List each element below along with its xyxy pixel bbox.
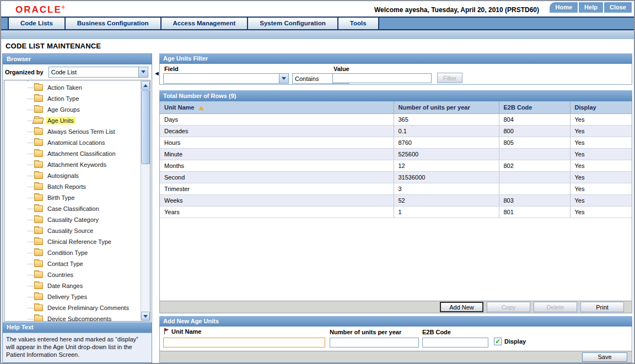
tree-item-label[interactable]: Countries bbox=[46, 271, 75, 279]
table-cell: Hours bbox=[160, 137, 394, 148]
tree-item[interactable]: Delivery Types bbox=[4, 291, 150, 302]
tree-scrollbar[interactable] bbox=[141, 80, 150, 321]
tree-connector bbox=[28, 176, 34, 176]
tree-item-label[interactable]: Birth Type bbox=[46, 194, 76, 202]
tree-item[interactable]: Age Groups bbox=[4, 104, 150, 115]
tree-item[interactable]: Action Taken bbox=[4, 82, 150, 93]
nav-tab-access-management[interactable]: Access Management bbox=[160, 18, 247, 29]
chevron-down-icon[interactable] bbox=[279, 74, 288, 83]
nav-tab-system-configuration[interactable]: System Configuration bbox=[247, 18, 337, 29]
table-cell: 52 bbox=[394, 194, 499, 206]
copy-button[interactable]: Copy bbox=[487, 302, 530, 312]
tree-item[interactable]: Device Preliminary Comments bbox=[4, 302, 150, 313]
tree-item-label[interactable]: Causality Category bbox=[46, 216, 100, 224]
tree-item-label[interactable]: Age Units bbox=[46, 117, 76, 124]
tree-item[interactable]: Always Serious Term List bbox=[4, 126, 150, 137]
print-button[interactable]: Print bbox=[580, 302, 624, 312]
e2b-code-input[interactable] bbox=[422, 338, 488, 347]
nav-tab-business-configuration[interactable]: Business Configuration bbox=[64, 18, 160, 29]
tree-connector bbox=[28, 143, 34, 143]
column-header[interactable]: E2B Code bbox=[499, 101, 570, 113]
tree-item-label[interactable]: Contact Type bbox=[46, 260, 85, 268]
folder-open-icon bbox=[34, 117, 43, 124]
tree-item[interactable]: Case Classification bbox=[4, 203, 150, 214]
top-button-help[interactable]: Help bbox=[579, 2, 603, 13]
filter-button[interactable]: Filter bbox=[437, 73, 462, 83]
column-header[interactable]: Display bbox=[570, 101, 632, 113]
add-new-button[interactable]: Add New bbox=[440, 302, 483, 312]
tree-connector bbox=[28, 165, 34, 165]
tree-item-label[interactable]: Autosignals bbox=[46, 172, 80, 180]
unit-name-input[interactable] bbox=[163, 338, 325, 347]
tree-item[interactable]: Date Ranges bbox=[4, 280, 150, 291]
tree-item-label[interactable]: Anatomical Locations bbox=[46, 139, 107, 146]
column-header[interactable]: Number of units per year bbox=[394, 101, 499, 113]
table-row[interactable]: Months12802Yes bbox=[160, 160, 632, 171]
table-cell bbox=[499, 183, 570, 194]
tree-item-label[interactable]: Clinical Reference Type bbox=[46, 238, 113, 246]
filter-body: Field Contains Value Filter bbox=[159, 64, 632, 85]
tree-item[interactable]: Causality Source bbox=[4, 225, 150, 236]
tree-item[interactable]: Countries bbox=[4, 269, 150, 280]
table-cell: Yes bbox=[570, 148, 632, 160]
save-button[interactable]: Save bbox=[582, 352, 627, 362]
table-row[interactable]: Days365804Yes bbox=[160, 113, 632, 125]
chevron-down-icon[interactable] bbox=[138, 67, 148, 77]
tree-item[interactable]: Batch Reports bbox=[4, 181, 150, 192]
tree-item-label[interactable]: Action Type bbox=[46, 95, 80, 102]
tree-item-label[interactable]: Delivery Types bbox=[46, 293, 89, 301]
tree-item[interactable]: Anatomical Locations bbox=[4, 137, 150, 148]
organized-by-select[interactable]: Code List bbox=[49, 67, 148, 78]
tree-item[interactable]: Contact Type bbox=[4, 258, 150, 269]
scrollbar-thumb[interactable] bbox=[141, 90, 150, 164]
table-cell: 8760 bbox=[394, 137, 499, 148]
table-row[interactable]: Hours8760805Yes bbox=[160, 137, 632, 148]
tree-item-label[interactable]: Device Subcomponents bbox=[46, 315, 113, 322]
nav-tab-code-lists[interactable]: Code Lists bbox=[8, 18, 64, 29]
folder-icon bbox=[34, 106, 43, 113]
table-row[interactable]: Weeks52803Yes bbox=[160, 194, 632, 206]
delete-button[interactable]: Delete bbox=[534, 302, 577, 312]
scroll-up-icon[interactable] bbox=[141, 81, 150, 90]
table-row[interactable]: Decades0.1800Yes bbox=[160, 125, 632, 137]
field-select[interactable] bbox=[163, 73, 289, 84]
table-row[interactable]: Second31536000Yes bbox=[160, 171, 632, 183]
tree-item[interactable]: Causality Category bbox=[4, 214, 150, 225]
tree-item[interactable]: Attachment Classification bbox=[4, 148, 150, 159]
column-header[interactable]: Unit Name bbox=[160, 101, 394, 113]
tree-item-label[interactable]: Batch Reports bbox=[46, 183, 88, 191]
tree-item[interactable]: Clinical Reference Type bbox=[4, 236, 150, 247]
value-input[interactable] bbox=[332, 73, 432, 83]
table-row[interactable]: Years1801Yes bbox=[160, 206, 632, 218]
nav-tab-tools[interactable]: Tools bbox=[337, 18, 379, 29]
scroll-down-icon[interactable] bbox=[141, 312, 150, 320]
nav-sub-band bbox=[1, 30, 634, 39]
add-new-body: Unit Name Number of units per year E2B C… bbox=[160, 327, 632, 350]
tree-item-label[interactable]: Always Serious Term List bbox=[46, 128, 117, 135]
tree-item[interactable]: Device Subcomponents bbox=[4, 313, 150, 322]
tree-item-label[interactable]: Action Taken bbox=[46, 84, 84, 91]
units-per-year-input[interactable] bbox=[330, 338, 419, 347]
tree-item-label[interactable]: Age Groups bbox=[46, 106, 82, 113]
tree-item-label[interactable]: Causality Source bbox=[46, 227, 95, 235]
tree-item[interactable]: Action Type bbox=[4, 93, 150, 104]
tree-item-label[interactable]: Attachment Classification bbox=[46, 150, 117, 157]
folder-icon bbox=[34, 172, 43, 179]
tree-item[interactable]: Age Units bbox=[4, 115, 150, 126]
tree-item-label[interactable]: Condition Type bbox=[46, 249, 89, 257]
tree-connector bbox=[28, 231, 34, 231]
tree-item-label[interactable]: Device Preliminary Comments bbox=[46, 304, 131, 312]
top-button-home[interactable]: Home bbox=[550, 2, 578, 13]
tree-item-label[interactable]: Attachment Keywords bbox=[46, 161, 108, 169]
tree-item[interactable]: Autosignals bbox=[4, 170, 150, 181]
display-checkbox[interactable]: ✓ bbox=[494, 338, 502, 345]
table-row[interactable]: Trimester3Yes bbox=[160, 183, 632, 194]
tree-item[interactable]: Condition Type bbox=[4, 247, 150, 258]
tree-item-label[interactable]: Case Classification bbox=[46, 205, 101, 213]
folder-icon bbox=[34, 205, 43, 212]
top-button-close[interactable]: Close bbox=[604, 2, 632, 13]
table-row[interactable]: Minute525600Yes bbox=[160, 148, 632, 160]
tree-item-label[interactable]: Date Ranges bbox=[46, 282, 84, 290]
tree-item[interactable]: Birth Type bbox=[4, 192, 150, 203]
tree-item[interactable]: Attachment Keywords bbox=[4, 159, 150, 170]
